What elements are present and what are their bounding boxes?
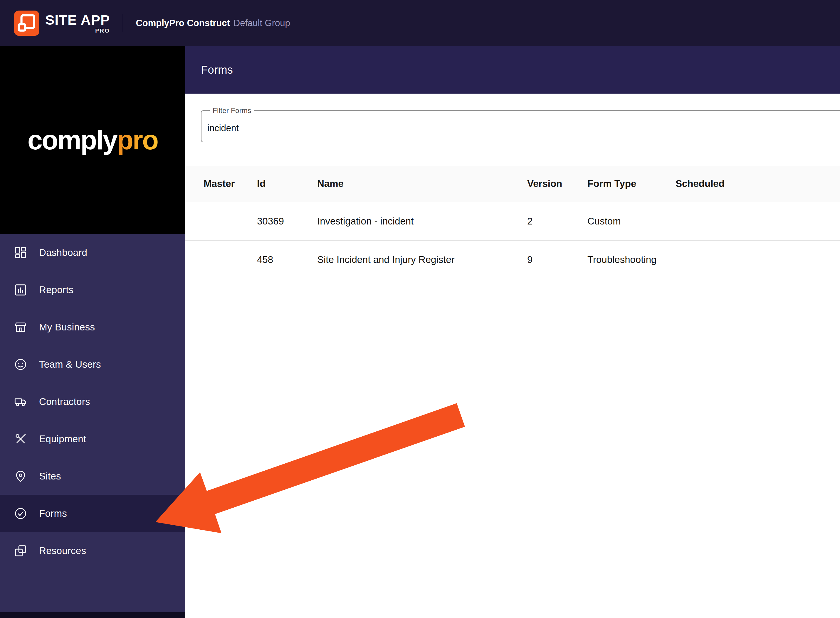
sidebar-item-label: Reports [39, 284, 74, 296]
cell-form-type: Troubleshooting [587, 240, 676, 279]
reports-icon [14, 283, 27, 297]
sidebar-item-forms[interactable]: Forms [0, 495, 185, 532]
column-header-version[interactable]: Version [527, 166, 587, 202]
siteapppro-brand[interactable]: SITE APP PRO [14, 10, 110, 36]
sidebar-item-dashboard[interactable]: Dashboard [0, 234, 185, 271]
sidebar: complypro DashboardReportsMy BusinessTea… [0, 46, 185, 618]
logo-comply-text: comply [28, 125, 117, 156]
sidebar-item-contractors[interactable]: Contractors [0, 383, 185, 420]
filter-forms-label: Filter Forms [210, 107, 254, 115]
cell-scheduled [676, 202, 840, 240]
dashboard-icon [14, 246, 27, 259]
my-business-icon [14, 321, 27, 334]
topbar: SITE APP PRO ComplyPro Construct Default… [0, 0, 840, 46]
sidebar-item-label: Sites [39, 471, 61, 482]
topbar-context: ComplyPro Construct Default Group [136, 18, 290, 28]
column-header-master[interactable]: Master [185, 166, 257, 202]
column-header-name[interactable]: Name [317, 166, 527, 202]
group-name: Default Group [234, 18, 290, 28]
complypro-logo: complypro [0, 46, 185, 234]
contractors-icon [14, 395, 27, 409]
sidebar-nav: DashboardReportsMy BusinessTeam & UsersC… [0, 234, 185, 569]
cell-form-type: Custom [587, 202, 676, 240]
sidebar-item-team-users[interactable]: Team & Users [0, 346, 185, 383]
column-header-form-type[interactable]: Form Type [587, 166, 676, 202]
team-users-icon [14, 358, 27, 371]
sidebar-item-label: Equipment [39, 434, 86, 444]
cell-id: 458 [257, 240, 317, 279]
cell-version: 2 [527, 202, 587, 240]
sidebar-item-label: Dashboard [39, 247, 87, 258]
cell-master [185, 240, 257, 279]
product-name: ComplyPro Construct [136, 18, 230, 28]
cell-version: 9 [527, 240, 587, 279]
cell-master [185, 202, 257, 240]
brand-name: SITE APP [45, 13, 110, 27]
cell-id: 30369 [257, 202, 317, 240]
sidebar-item-my-business[interactable]: My Business [0, 308, 185, 346]
column-header-id[interactable]: Id [257, 166, 317, 202]
sidebar-item-label: Team & Users [39, 359, 101, 370]
sidebar-item-label: Resources [39, 545, 86, 556]
main: Forms Filter Forms MasterIdNameVersionFo… [185, 46, 840, 618]
forms-table-body: 30369Investigation - incident2Custom458S… [185, 202, 840, 279]
filter-forms-input[interactable] [207, 118, 818, 138]
table-header-row: MasterIdNameVersionForm TypeScheduled [185, 166, 840, 202]
content: Filter Forms MasterIdNameVersionForm Typ… [185, 94, 840, 618]
table-row[interactable]: 30369Investigation - incident2Custom [185, 202, 840, 240]
siteapppro-logo-icon [14, 10, 39, 36]
cell-name: Investigation - incident [317, 202, 527, 240]
topbar-divider [123, 14, 124, 32]
logo-pro-text: pro [117, 125, 158, 156]
sidebar-item-equipment[interactable]: Equipment [0, 420, 185, 458]
forms-table: MasterIdNameVersionForm TypeScheduled 30… [185, 166, 840, 279]
sidebar-item-resources[interactable]: Resources [0, 532, 185, 569]
equipment-icon [14, 432, 27, 446]
sidebar-item-label: My Business [39, 322, 95, 333]
sidebar-item-label: Contractors [39, 396, 90, 407]
forms-icon [14, 507, 27, 520]
sidebar-item-label: Forms [39, 508, 67, 519]
cell-name: Site Incident and Injury Register [317, 240, 527, 279]
sidebar-item-reports[interactable]: Reports [0, 271, 185, 308]
brand-pro-label: PRO [95, 28, 110, 33]
resources-icon [14, 544, 27, 557]
table-row[interactable]: 458Site Incident and Injury Register9Tro… [185, 240, 840, 279]
sites-icon [14, 469, 27, 483]
page-header: Forms [185, 46, 840, 94]
page-title: Forms [201, 64, 233, 76]
filter-forms-field[interactable]: Filter Forms [201, 107, 840, 142]
cell-scheduled [676, 240, 840, 279]
sidebar-bottom-strip [0, 612, 185, 618]
column-header-scheduled[interactable]: Scheduled [676, 166, 840, 202]
sidebar-item-sites[interactable]: Sites [0, 458, 185, 495]
brand-text: SITE APP PRO [45, 13, 110, 33]
